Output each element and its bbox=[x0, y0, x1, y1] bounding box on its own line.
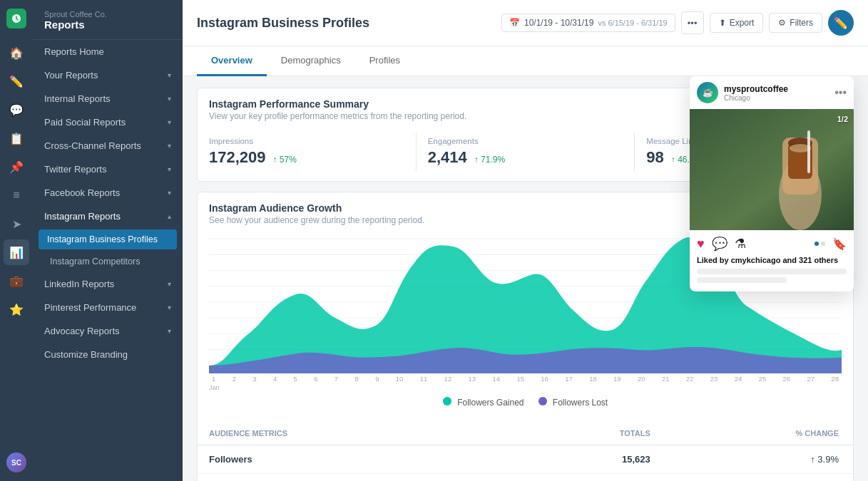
caption-line-1 bbox=[697, 269, 847, 274]
col-audience-metrics: Audience Metrics bbox=[198, 422, 513, 445]
performance-summary-title: Instagram Performance Summary bbox=[209, 98, 466, 110]
followers-lost-dot bbox=[538, 397, 547, 405]
instagram-post-overlay: ☕ mysproutcoffee Chicago ••• bbox=[690, 76, 854, 291]
x-axis-month: Jan bbox=[209, 384, 842, 391]
row-followers-change: ↑ 3.9% bbox=[662, 445, 853, 474]
nav-pin-icon[interactable]: 📌 bbox=[4, 154, 29, 180]
more-options-button[interactable]: ••• bbox=[681, 11, 704, 34]
legend-followers-lost: Followers Lost bbox=[538, 397, 608, 408]
insta-actions: ♥ 💬 ⚗ 🔖 bbox=[690, 230, 854, 254]
row-net-follower-growth-total: 587 bbox=[513, 474, 661, 482]
chevron-icon: ▾ bbox=[168, 95, 171, 103]
sidebar-item-advocacy-reports[interactable]: Advocacy Reports ▾ bbox=[33, 319, 183, 343]
tab-demographics[interactable]: Demographics bbox=[267, 46, 355, 76]
nav-tasks-icon[interactable]: 📋 bbox=[4, 125, 29, 151]
app-title: Reports bbox=[44, 19, 171, 31]
nav-star-icon[interactable]: ⭐ bbox=[4, 296, 29, 322]
chevron-up-icon: ▴ bbox=[168, 212, 171, 220]
engagements-value: 2,414 bbox=[428, 148, 467, 167]
sidebar-item-your-reports[interactable]: Your Reports ▾ bbox=[33, 63, 183, 87]
insta-counter: 1/2 bbox=[837, 115, 848, 123]
insta-caption-lines bbox=[690, 269, 854, 291]
sidebar-item-twitter-reports[interactable]: Twitter Reports ▾ bbox=[33, 157, 183, 181]
audience-growth-title: Instagram Audience Growth bbox=[209, 202, 424, 214]
message-link-clicks-value: 98 bbox=[646, 148, 663, 167]
chevron-icon: ▾ bbox=[168, 304, 171, 311]
user-avatar[interactable]: SC bbox=[6, 452, 26, 472]
insta-location: Chicago bbox=[724, 94, 788, 102]
insta-more-options[interactable]: ••• bbox=[834, 86, 847, 99]
chart-legend: Followers Gained Followers Lost bbox=[209, 391, 842, 410]
nav-feed-icon[interactable]: ≡ bbox=[4, 182, 29, 208]
svg-rect-8 bbox=[690, 109, 854, 230]
insta-post-image: 1/2 bbox=[690, 109, 854, 230]
chevron-icon: ▾ bbox=[168, 327, 171, 335]
chevron-icon: ▾ bbox=[168, 142, 171, 150]
sidebar-item-paid-social-reports[interactable]: Paid Social Reports ▾ bbox=[33, 110, 183, 134]
sidebar-item-internal-reports[interactable]: Internal Reports ▾ bbox=[33, 87, 183, 110]
sidebar-item-pinterest-performance[interactable]: Pinterest Performance ▾ bbox=[33, 296, 183, 319]
calendar-icon: 📅 bbox=[509, 18, 520, 28]
sidebar-sub-item-instagram-competitors[interactable]: Instagram Competitors bbox=[33, 251, 183, 272]
audience-metrics-table: Audience Metrics Totals % Change Followe… bbox=[198, 422, 853, 481]
export-button[interactable]: ⬆ Export bbox=[710, 13, 764, 33]
date-range-start: 10/1/19 - 10/31/19 bbox=[524, 18, 593, 28]
sidebar-item-cross-channel-reports[interactable]: Cross-Channel Reports ▾ bbox=[33, 134, 183, 157]
table-row: Followers 15,623 ↑ 3.9% bbox=[198, 445, 853, 474]
sidebar-item-linkedin-reports[interactable]: LinkedIn Reports ▾ bbox=[33, 272, 183, 296]
insta-like-icon[interactable]: ♥ bbox=[697, 237, 705, 252]
tab-profiles[interactable]: Profiles bbox=[355, 46, 414, 76]
chevron-icon: ▾ bbox=[168, 165, 171, 173]
insta-header-left: ☕ mysproutcoffee Chicago bbox=[697, 82, 788, 103]
filters-button[interactable]: ⚙ Filters bbox=[769, 13, 822, 33]
insta-post-header: ☕ mysproutcoffee Chicago ••• bbox=[690, 76, 854, 109]
icon-bar: 🏠 ✏️ 💬 📋 📌 ≡ ➤ 📊 💼 ⭐ SC bbox=[0, 0, 33, 481]
sidebar-item-instagram-reports[interactable]: Instagram Reports ▴ bbox=[33, 205, 183, 228]
main-header: Instagram Business Profiles 📅 10/1/19 - … bbox=[183, 0, 868, 46]
col-pct-change: % Change bbox=[662, 422, 853, 445]
main-content: Instagram Business Profiles 📅 10/1/19 - … bbox=[183, 0, 868, 481]
sidebar-item-facebook-reports[interactable]: Facebook Reports ▾ bbox=[33, 181, 183, 205]
col-totals: Totals bbox=[513, 422, 661, 445]
date-range-vs: vs 6/15/19 - 6/31/19 bbox=[598, 19, 667, 27]
sidebar: Sprout Coffee Co. Reports Reports Home Y… bbox=[33, 0, 183, 481]
nav-send-icon[interactable]: ➤ bbox=[4, 211, 29, 237]
sidebar-sub-item-instagram-business-profiles[interactable]: Instagram Business Profiles bbox=[39, 229, 177, 249]
nav-compose-icon[interactable]: ✏️ bbox=[4, 68, 29, 94]
metric-engagements: Engagements 2,414 ↑ 71.9% bbox=[417, 133, 635, 171]
chevron-icon: ▾ bbox=[168, 280, 171, 288]
app-logo[interactable] bbox=[6, 9, 26, 29]
chevron-icon: ▾ bbox=[168, 71, 171, 79]
date-range-picker[interactable]: 📅 10/1/19 - 10/31/19 vs 6/15/19 - 6/31/1… bbox=[501, 14, 675, 32]
dot-1 bbox=[815, 242, 819, 246]
export-icon: ⬆ bbox=[719, 18, 726, 28]
engagements-label: Engagements bbox=[428, 137, 623, 145]
nav-home-icon[interactable]: 🏠 bbox=[4, 40, 29, 66]
audience-growth-subtitle: See how your audience grew during the re… bbox=[209, 215, 424, 225]
x-axis-labels: 1234567891011121314151617181920212223242… bbox=[209, 373, 842, 383]
impressions-label: Impressions bbox=[209, 137, 404, 145]
impressions-value: 172,209 bbox=[209, 148, 266, 167]
caption-line-2 bbox=[697, 277, 787, 283]
row-followers-label: Followers bbox=[198, 445, 513, 474]
row-net-follower-growth-change: ↑ 37.8% bbox=[662, 474, 853, 482]
insta-filter-icon[interactable]: ⚗ bbox=[735, 236, 746, 252]
insta-save-icon[interactable]: 🔖 bbox=[832, 237, 847, 251]
company-name: Sprout Coffee Co. bbox=[44, 10, 171, 19]
tabs: Overview Demographics Profiles bbox=[183, 46, 868, 76]
nav-briefcase-icon[interactable]: 💼 bbox=[4, 268, 29, 294]
sidebar-header: Sprout Coffee Co. Reports bbox=[33, 0, 183, 40]
tab-overview[interactable]: Overview bbox=[197, 46, 267, 76]
page-title: Instagram Business Profiles bbox=[197, 16, 369, 31]
row-followers-total: 15,623 bbox=[513, 445, 661, 474]
engagements-change: ↑ 71.9% bbox=[474, 155, 505, 165]
followers-gained-dot bbox=[443, 397, 451, 405]
insta-comment-icon[interactable]: 💬 bbox=[712, 236, 727, 252]
nav-reports-icon[interactable]: 📊 bbox=[4, 239, 29, 265]
header-actions: 📅 10/1/19 - 10/31/19 vs 6/15/19 - 6/31/1… bbox=[501, 10, 854, 36]
insta-avatar: ☕ bbox=[697, 82, 718, 103]
sidebar-item-reports-home[interactable]: Reports Home bbox=[33, 40, 183, 63]
sidebar-item-customize-branding[interactable]: Customize Branding bbox=[33, 343, 183, 366]
nav-inbox-icon[interactable]: 💬 bbox=[4, 97, 29, 123]
edit-button[interactable]: ✏️ bbox=[828, 10, 854, 36]
